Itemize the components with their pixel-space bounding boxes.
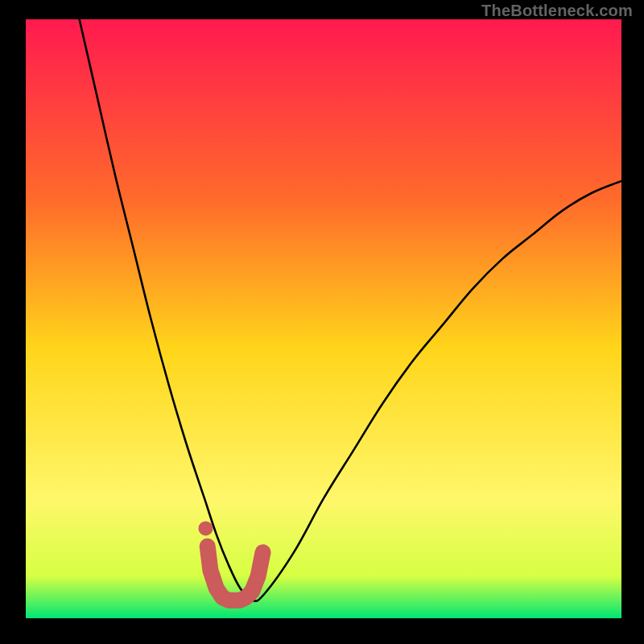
bottleneck-marker-dot (198, 521, 213, 535)
chart-svg (26, 19, 621, 618)
gradient-background (26, 19, 621, 618)
watermark-text: TheBottleneck.com (481, 2, 633, 20)
plot-area (26, 19, 621, 618)
chart-frame: TheBottleneck.com (0, 0, 644, 644)
